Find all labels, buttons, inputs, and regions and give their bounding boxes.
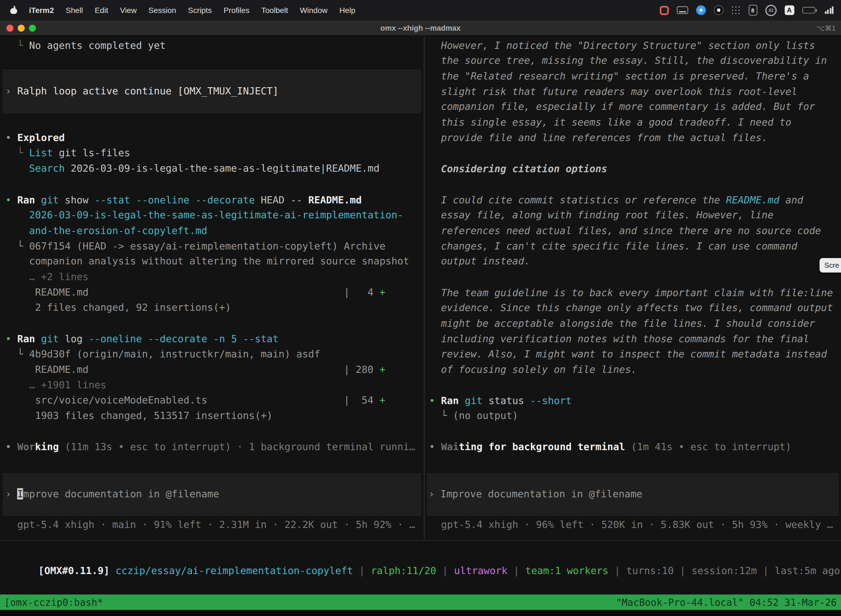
menu-window[interactable]: Window	[294, 6, 334, 14]
thinking-paragraph-1: However, I noticed the "Directory Struct…	[425, 38, 841, 145]
grid-icon[interactable]	[731, 6, 740, 15]
prompt-input-left[interactable]: › Improve documentation in @filename	[3, 472, 421, 517]
menu-view[interactable]: View	[114, 6, 143, 14]
menu-session[interactable]: Session	[143, 6, 182, 14]
omx-session: session:12m	[692, 565, 757, 576]
waiting-status-line: • Waiting for background terminal (1m 41…	[425, 439, 841, 455]
chevron-icon: ›	[5, 85, 17, 97]
omx-mode: ultrawork	[454, 565, 507, 576]
working-detail: (11m 13s • esc to interrupt) · 1 backgro…	[59, 441, 415, 452]
spinner-word-dim: Wai	[441, 441, 459, 452]
thinking-line: slight risk that future readers may over…	[425, 84, 841, 100]
omx-branch: cczip/essay/ai-reimplementation-copyleft	[116, 565, 353, 576]
prompt-input-right[interactable]: › Improve documentation in @filename	[427, 472, 839, 517]
diffstat-line: README.md| 280 +	[0, 362, 424, 378]
model-status-left: gpt-5.4 xhigh · main · 91% left · 2.31M …	[0, 517, 424, 532]
cmd-flags: --short	[530, 395, 572, 406]
working-status-line: • Working (11m 13s • esc to interrupt) ·…	[0, 439, 424, 455]
thinking-line: essay file, along with finding root file…	[425, 208, 841, 223]
input-source-icon[interactable]: A	[784, 5, 794, 15]
cmd-wrap-line: 2026-03-09-is-legal-the-same-as-legitima…	[0, 208, 424, 223]
action-keyword: Search	[29, 163, 65, 174]
action-keyword: List	[29, 147, 53, 158]
cmd-args: HEAD --	[261, 194, 308, 205]
screen-notification-button[interactable]: Scre	[819, 258, 841, 273]
cmd-sub: status	[488, 395, 530, 406]
bullet-icon: •	[429, 441, 441, 452]
readme-link: README.md	[726, 194, 779, 205]
ran-label: Ran	[441, 395, 464, 406]
thinking-line: provide file and line references from th…	[425, 130, 841, 146]
key-icon[interactable]: 8	[749, 5, 757, 15]
diffstat-summary: 1903 files changed, 513517 insertions(+)	[0, 408, 424, 424]
thinking-line: The team guideline is to back every impo…	[425, 285, 841, 301]
gauge-value: .61	[768, 7, 774, 13]
git-show-block: • Ran git show --stat --oneline --decora…	[0, 192, 424, 315]
battery-tip	[816, 9, 817, 12]
omx-turns: turns:10	[626, 565, 674, 576]
thinking-line: references need actual files, and since …	[425, 223, 841, 239]
separator: |	[353, 565, 371, 576]
terminal-area: └ No agents completed yet › Ralph loop a…	[0, 36, 841, 540]
ran-label: Ran	[18, 194, 41, 205]
below-bar-gap	[0, 610, 841, 616]
omx-version: [OMX#0.11.9]	[38, 565, 116, 576]
omx-status-line: [OMX#0.11.9] cczip/essay/ai-reimplementa…	[0, 548, 841, 563]
keyboard-icon[interactable]	[677, 6, 688, 14]
blue-app-icon[interactable]	[696, 5, 706, 15]
dark-app-icon[interactable]	[714, 5, 723, 15]
cmd-wrap-line: and-the-erosion-of-copyleft.md	[0, 223, 424, 239]
thinking-heading-text: Considering citation options	[425, 161, 841, 177]
spinner-word-bright: ting for background terminal	[459, 441, 625, 452]
prompt-text: Improve documentation in @filename	[440, 488, 642, 500]
menu-iterm2[interactable]: iTerm2	[23, 6, 60, 14]
thinking-paragraph-3: The team guideline is to back every impo…	[425, 285, 841, 378]
action-args: git ls-files	[53, 147, 130, 158]
battery-icon[interactable]: ϟ	[802, 7, 816, 13]
cmd-output-line: └ 067f154 (HEAD -> essay/ai-reimplementa…	[0, 238, 424, 254]
ralph-loop-banner[interactable]: › Ralph loop active continue [OMX_TMUX_I…	[3, 69, 421, 114]
menu-toolbelt[interactable]: Toolbelt	[255, 6, 294, 14]
window-title: omx --xhigh --madmax	[0, 21, 841, 36]
diffstat-line: README.md| 4 +	[0, 285, 424, 300]
cmd-sub: log	[65, 333, 89, 344]
prompt-chevron-icon: ›	[5, 488, 17, 500]
bullet-icon: •	[5, 441, 17, 452]
menu-scripts[interactable]: Scripts	[182, 6, 218, 14]
agents-status-line: └ No agents completed yet	[0, 38, 424, 53]
screen-recording-icon[interactable]	[659, 6, 668, 15]
diffstat-line: src/voice/voiceModeEnabled.ts| 54 +	[0, 393, 424, 408]
menu-edit[interactable]: Edit	[89, 6, 114, 14]
separator: |	[608, 565, 626, 576]
thinking-paragraph-2: I could cite commit statistics or refere…	[425, 192, 841, 269]
separator: |	[507, 565, 525, 576]
ralph-text: Ralph loop active continue [OMX_TMUX_INJ…	[18, 85, 279, 97]
cmd-file: README.md	[308, 194, 362, 205]
cmd-sub: show	[65, 194, 95, 205]
separator: |	[436, 565, 454, 576]
diffstat-count: | 280	[344, 364, 379, 375]
thinking-line: the "Related research writing" section i…	[425, 69, 841, 84]
thinking-line: companion file, especially if more comme…	[425, 99, 841, 115]
cmd-output-line: companion analysis without altering the …	[0, 254, 424, 269]
menu-shell[interactable]: Shell	[60, 6, 89, 14]
model-status-text: gpt-5.4 xhigh · main · 91% left · 2.31M …	[0, 517, 424, 532]
gauge-icon[interactable]: .61	[765, 5, 777, 16]
window-title-bar: omx --xhigh --madmax ⌥⌘1	[0, 21, 841, 36]
omx-team: team:1 workers	[525, 565, 608, 576]
thinking-line: However, I noticed the "Directory Struct…	[425, 38, 841, 53]
indent	[5, 163, 29, 174]
cmd-output-line: └ 4b9d30f (origin/main, instructkr/main,…	[0, 347, 424, 362]
diffstat-plus: +	[379, 286, 385, 298]
thinking-line: review. Also, I might want to inspect th…	[425, 347, 841, 362]
menu-help[interactable]: Help	[334, 6, 362, 14]
diffstat-count: | 54	[344, 395, 379, 406]
waiting-detail: (1m 41s • esc to interrupt)	[625, 441, 791, 452]
wifi-icon[interactable]	[825, 6, 834, 14]
menu-profiles[interactable]: Profiles	[218, 6, 255, 14]
git-log-block: • Ran git log --oneline --decorate -n 5 …	[0, 331, 424, 424]
menu-items: iTerm2 Shell Edit View Session Scripts P…	[0, 5, 361, 15]
omx-ralph: ralph:11/20	[371, 565, 436, 576]
apple-menu[interactable]	[4, 5, 23, 15]
tmux-host-clock: "MacBook-Pro-44.local" 04:52 31-Mar-26	[616, 594, 837, 610]
